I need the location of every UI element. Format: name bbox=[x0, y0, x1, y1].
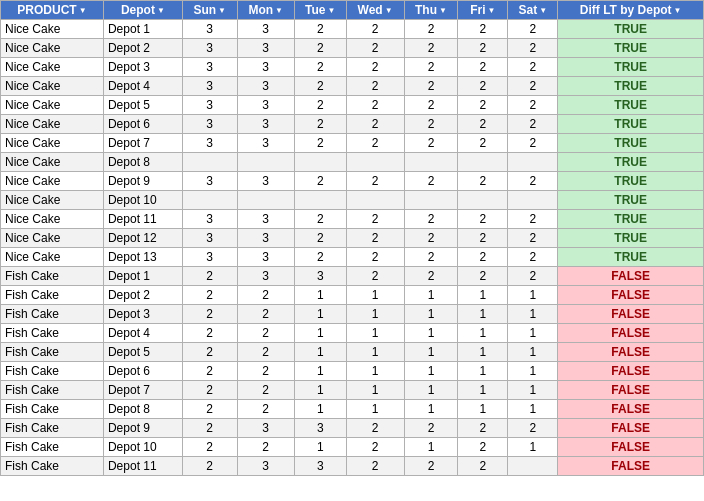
cell-fri: 2 bbox=[458, 39, 508, 58]
cell-product: Nice Cake bbox=[1, 58, 104, 77]
cell-product: Fish Cake bbox=[1, 343, 104, 362]
cell-thu: 1 bbox=[404, 343, 458, 362]
dropdown-arrow-icon[interactable]: ▼ bbox=[275, 6, 283, 15]
cell-sun: 3 bbox=[182, 58, 237, 77]
cell-mon: 3 bbox=[237, 419, 294, 438]
column-header-tue[interactable]: Tue▼ bbox=[294, 1, 346, 20]
cell-wed: 2 bbox=[346, 438, 404, 457]
table-row: Fish CakeDepot 72211111FALSE bbox=[1, 381, 704, 400]
cell-tue: 2 bbox=[294, 172, 346, 191]
cell-sun: 2 bbox=[182, 400, 237, 419]
column-header-fri[interactable]: Fri▼ bbox=[458, 1, 508, 20]
column-header-mon[interactable]: Mon▼ bbox=[237, 1, 294, 20]
cell-sat: 2 bbox=[508, 229, 558, 248]
cell-fri: 2 bbox=[458, 77, 508, 96]
column-header-thu[interactable]: Thu▼ bbox=[404, 1, 458, 20]
cell-product: Nice Cake bbox=[1, 77, 104, 96]
column-header-sun[interactable]: Sun▼ bbox=[182, 1, 237, 20]
cell-tue: 1 bbox=[294, 343, 346, 362]
cell-wed: 2 bbox=[346, 248, 404, 267]
cell-thu: 2 bbox=[404, 115, 458, 134]
cell-thu: 2 bbox=[404, 20, 458, 39]
table-row: Fish CakeDepot 42211111FALSE bbox=[1, 324, 704, 343]
cell-wed: 2 bbox=[346, 457, 404, 476]
cell-tue: 1 bbox=[294, 438, 346, 457]
table-row: Nice CakeDepot 133322222TRUE bbox=[1, 248, 704, 267]
cell-diff: FALSE bbox=[558, 438, 704, 457]
cell-fri: 2 bbox=[458, 96, 508, 115]
cell-diff: TRUE bbox=[558, 191, 704, 210]
table-row: Fish CakeDepot 62211111FALSE bbox=[1, 362, 704, 381]
table-row: Fish CakeDepot 22211111FALSE bbox=[1, 286, 704, 305]
cell-wed: 2 bbox=[346, 58, 404, 77]
cell-product: Fish Cake bbox=[1, 362, 104, 381]
table-row: Fish CakeDepot 92332222FALSE bbox=[1, 419, 704, 438]
cell-sun: 3 bbox=[182, 210, 237, 229]
dropdown-arrow-icon[interactable]: ▼ bbox=[488, 6, 496, 15]
column-header-wed[interactable]: Wed▼ bbox=[346, 1, 404, 20]
table-row: Nice CakeDepot 33322222TRUE bbox=[1, 58, 704, 77]
cell-tue: 2 bbox=[294, 96, 346, 115]
dropdown-arrow-icon[interactable]: ▼ bbox=[439, 6, 447, 15]
cell-tue: 2 bbox=[294, 77, 346, 96]
cell-thu: 2 bbox=[404, 457, 458, 476]
dropdown-arrow-icon[interactable]: ▼ bbox=[218, 6, 226, 15]
dropdown-arrow-icon[interactable]: ▼ bbox=[674, 6, 682, 15]
cell-product: Nice Cake bbox=[1, 248, 104, 267]
cell-product: Fish Cake bbox=[1, 324, 104, 343]
dropdown-arrow-icon[interactable]: ▼ bbox=[328, 6, 336, 15]
cell-sun: 3 bbox=[182, 134, 237, 153]
cell-diff: FALSE bbox=[558, 305, 704, 324]
cell-sat: 2 bbox=[508, 58, 558, 77]
cell-thu: 2 bbox=[404, 134, 458, 153]
cell-depot: Depot 10 bbox=[103, 191, 182, 210]
cell-thu bbox=[404, 191, 458, 210]
dropdown-arrow-icon[interactable]: ▼ bbox=[79, 6, 87, 15]
table-row: Nice CakeDepot 123322222TRUE bbox=[1, 229, 704, 248]
cell-fri: 1 bbox=[458, 400, 508, 419]
table-row: Nice CakeDepot 43322222TRUE bbox=[1, 77, 704, 96]
cell-fri bbox=[458, 153, 508, 172]
cell-fri: 2 bbox=[458, 229, 508, 248]
cell-sun: 2 bbox=[182, 324, 237, 343]
cell-thu: 2 bbox=[404, 39, 458, 58]
cell-diff: FALSE bbox=[558, 457, 704, 476]
cell-depot: Depot 9 bbox=[103, 172, 182, 191]
column-header-diff[interactable]: Diff LT by Depot▼ bbox=[558, 1, 704, 20]
cell-wed: 2 bbox=[346, 210, 404, 229]
column-header-depot[interactable]: Depot▼ bbox=[103, 1, 182, 20]
cell-sat bbox=[508, 191, 558, 210]
cell-diff: TRUE bbox=[558, 172, 704, 191]
cell-depot: Depot 6 bbox=[103, 115, 182, 134]
cell-thu: 1 bbox=[404, 438, 458, 457]
cell-depot: Depot 7 bbox=[103, 134, 182, 153]
cell-sun: 3 bbox=[182, 172, 237, 191]
cell-sat: 2 bbox=[508, 96, 558, 115]
table-row: Nice CakeDepot 113322222TRUE bbox=[1, 210, 704, 229]
cell-diff: TRUE bbox=[558, 153, 704, 172]
cell-fri: 2 bbox=[458, 457, 508, 476]
cell-product: Nice Cake bbox=[1, 210, 104, 229]
table-row: Nice CakeDepot 8TRUE bbox=[1, 153, 704, 172]
cell-sun: 2 bbox=[182, 438, 237, 457]
dropdown-arrow-icon[interactable]: ▼ bbox=[157, 6, 165, 15]
cell-sat: 2 bbox=[508, 419, 558, 438]
dropdown-arrow-icon[interactable]: ▼ bbox=[539, 6, 547, 15]
cell-fri: 2 bbox=[458, 172, 508, 191]
cell-sun: 2 bbox=[182, 286, 237, 305]
column-header-sat[interactable]: Sat▼ bbox=[508, 1, 558, 20]
cell-wed: 1 bbox=[346, 324, 404, 343]
table-row: Nice CakeDepot 53322222TRUE bbox=[1, 96, 704, 115]
cell-sun: 2 bbox=[182, 419, 237, 438]
cell-depot: Depot 2 bbox=[103, 286, 182, 305]
cell-thu: 2 bbox=[404, 96, 458, 115]
cell-diff: FALSE bbox=[558, 381, 704, 400]
column-header-product[interactable]: PRODUCT▼ bbox=[1, 1, 104, 20]
dropdown-arrow-icon[interactable]: ▼ bbox=[385, 6, 393, 15]
cell-sat bbox=[508, 153, 558, 172]
cell-sun: 2 bbox=[182, 362, 237, 381]
cell-mon: 2 bbox=[237, 324, 294, 343]
cell-mon: 3 bbox=[237, 172, 294, 191]
cell-tue: 2 bbox=[294, 229, 346, 248]
cell-diff: TRUE bbox=[558, 134, 704, 153]
